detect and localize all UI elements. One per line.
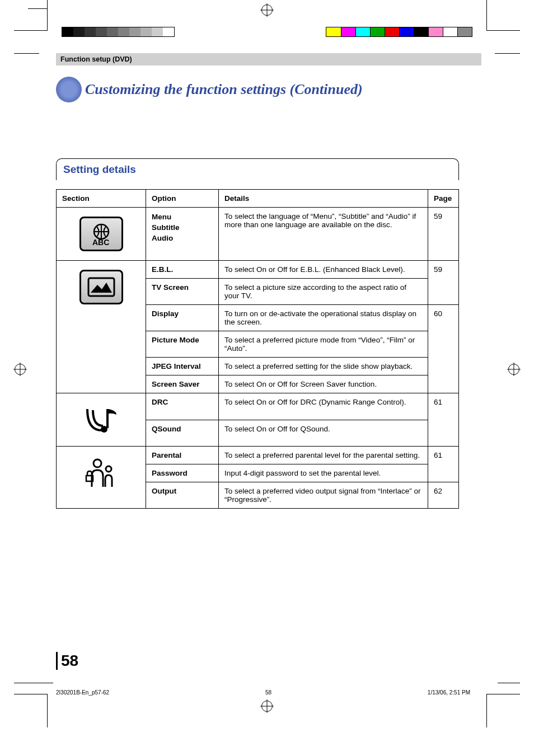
- page-cell: 60: [428, 305, 459, 393]
- section-icon-cell: [57, 447, 146, 509]
- crop-corner: [486, 694, 520, 727]
- crop-mark: [498, 683, 520, 683]
- header-details: Details: [219, 190, 428, 208]
- setting-details-label: Setting details: [63, 163, 136, 175]
- section-icon-cell: [57, 261, 146, 393]
- registration-mark-icon: [261, 4, 273, 16]
- crop-corner: [14, 694, 48, 727]
- page-cell: 59: [428, 208, 459, 261]
- details-cell: To select On or Off for QSound.: [219, 420, 428, 447]
- footer-sheet: 58: [265, 689, 271, 696]
- details-cell: To select On or Off for DRC (Dynamic Ran…: [219, 393, 428, 420]
- details-cell: Input 4-digit password to set the parent…: [219, 464, 428, 482]
- svg-rect-2: [88, 278, 114, 296]
- printer-marks: [0, 21, 534, 44]
- details-cell: To select the language of “Menu”, “Subti…: [219, 208, 428, 261]
- crop-mark: [14, 53, 39, 54]
- option-cell: DRC: [146, 393, 219, 420]
- audio-icon: [79, 402, 123, 437]
- section-icon-cell: ABC: [57, 208, 146, 261]
- option-cell: Parental: [146, 447, 219, 464]
- page-title: Customizing the function settings (Conti…: [85, 81, 363, 98]
- section-icon-cell: [57, 393, 146, 447]
- settings-table: Section Option Details Page ABC: [56, 189, 459, 509]
- table-row: E.B.L. To select On or Off for E.B.L. (E…: [57, 261, 459, 279]
- page-cell: 61: [428, 447, 459, 482]
- option-text: Menu: [152, 212, 213, 223]
- footer-doc-id: 2I30201B-En_p57-62: [56, 689, 109, 696]
- parental-icon: [79, 456, 123, 490]
- color-bar: [326, 27, 472, 37]
- crop-corner: [14, 0, 48, 31]
- picture-icon: [79, 270, 123, 304]
- table-row: ABC Menu Subtitle Audio To select the la…: [57, 208, 459, 261]
- details-cell: To select a preferred setting for the sl…: [219, 358, 428, 375]
- option-text: Subtitle: [152, 223, 213, 233]
- grayscale-bar: [62, 27, 175, 37]
- crop-corner: [486, 0, 520, 31]
- details-cell: To turn on or de-activate the operationa…: [219, 305, 428, 331]
- details-cell: To select On or Off for E.B.L. (Enhanced…: [219, 261, 428, 279]
- globe-icon: [56, 77, 82, 102]
- table-row: Parental To select a preferred parental …: [57, 447, 459, 464]
- option-cell: Output: [146, 482, 219, 509]
- details-cell: To select a preferred parental level for…: [219, 447, 428, 464]
- footer: 2I30201B-En_p57-62 58 1/13/06, 2:51 PM: [56, 689, 470, 696]
- details-cell: To select On or Off for Screen Saver fun…: [219, 375, 428, 393]
- crop-mark: [14, 683, 53, 683]
- page-title-row: Customizing the function settings (Conti…: [56, 77, 481, 102]
- svg-text:ABC: ABC: [92, 238, 109, 246]
- details-cell: To select a preferred picture mode from …: [219, 331, 428, 358]
- option-cell: E.B.L.: [146, 261, 219, 279]
- registration-mark-icon: [508, 364, 519, 375]
- header-option: Option: [146, 190, 219, 208]
- option-cell: Menu Subtitle Audio: [146, 208, 219, 261]
- page-content: Function setup (DVD) Customizing the fun…: [56, 53, 481, 509]
- header-section: Section: [57, 190, 146, 208]
- header-page: Page: [428, 190, 459, 208]
- option-cell: QSound: [146, 420, 219, 447]
- footer-timestamp: 1/13/06, 2:51 PM: [428, 689, 470, 696]
- table-row: DRC To select On or Off for DRC (Dynamic…: [57, 393, 459, 420]
- registration-mark-icon: [15, 364, 26, 375]
- setting-details-heading: Setting details: [56, 158, 459, 180]
- option-text: Audio: [152, 233, 213, 244]
- page-cell: 62: [428, 482, 459, 509]
- option-cell: Picture Mode: [146, 331, 219, 358]
- option-cell: Screen Saver: [146, 375, 219, 393]
- option-cell: Display: [146, 305, 219, 331]
- svg-point-6: [106, 466, 111, 472]
- section-band: Function setup (DVD): [56, 53, 481, 65]
- option-cell: TV Screen: [146, 279, 219, 305]
- svg-point-5: [93, 459, 101, 467]
- table-header-row: Section Option Details Page: [57, 190, 459, 208]
- crop-mark: [495, 53, 520, 54]
- details-cell: To select a picture size according to th…: [219, 279, 428, 305]
- option-cell: JPEG Interval: [146, 358, 219, 375]
- page-number: 58: [56, 652, 78, 670]
- page-cell: 61: [428, 393, 459, 447]
- svg-rect-4: [106, 409, 109, 428]
- option-cell: Password: [146, 464, 219, 482]
- registration-mark-icon: [261, 701, 273, 712]
- details-cell: To select a preferred video output signa…: [219, 482, 428, 509]
- language-icon: ABC: [79, 217, 123, 251]
- page-cell: 59: [428, 261, 459, 305]
